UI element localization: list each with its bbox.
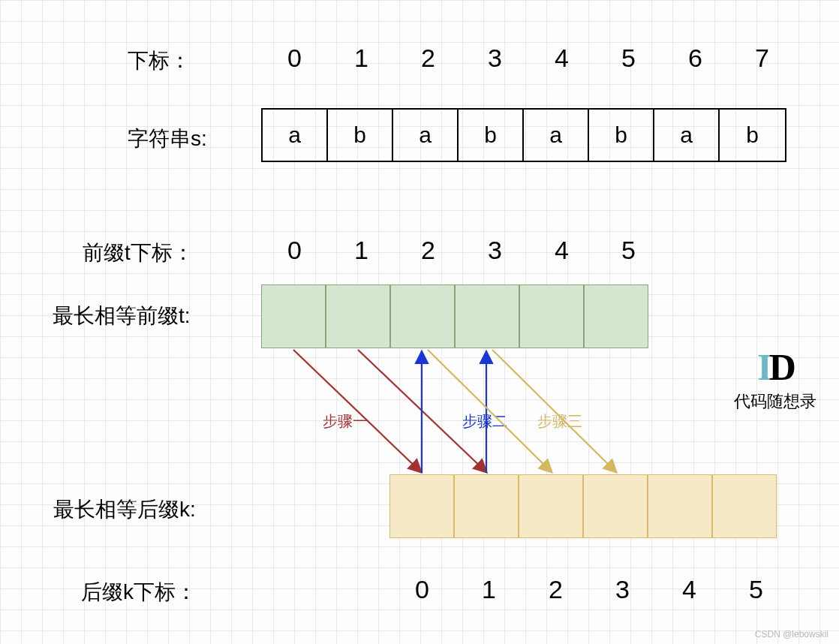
index-cell: 4 [528, 44, 595, 73]
char-cell: b [720, 110, 785, 161]
suffix-cell [583, 474, 648, 538]
watermark-icon: ID [734, 345, 816, 389]
step2-label: 步骤二 [462, 411, 507, 432]
index-cell: 4 [528, 236, 595, 265]
prefix-index-row: 0 1 2 3 4 5 [261, 236, 662, 265]
prefix-t-index-label: 前缀t下标： [83, 239, 194, 267]
suffix-cell [389, 474, 454, 538]
index-cell: 3 [589, 575, 656, 604]
attribution: CSDN @lebowskii [755, 629, 828, 639]
index-cell: 2 [522, 575, 589, 604]
char-cell: a [263, 110, 328, 161]
index-cell: 6 [662, 44, 729, 73]
string-s-table: a b a b a b a b [261, 108, 786, 162]
suffix-cell [454, 474, 519, 538]
suffix-index-row: 0 1 2 3 4 5 [389, 575, 789, 604]
prefix-cell [261, 284, 326, 348]
suffix-cell [712, 474, 777, 538]
char-cell: b [328, 110, 393, 161]
index-cell: 5 [595, 236, 662, 265]
step1-arrow-b [358, 350, 486, 471]
watermark: ID 代码随想录 [734, 345, 816, 413]
index-cell: 7 [729, 44, 795, 73]
longest-suffix-k-label: 最长相等后缀k: [53, 495, 196, 524]
longest-prefix-t-label: 最长相等前缀t: [53, 302, 191, 330]
index-cell: 0 [389, 575, 456, 604]
suffix-cell [519, 474, 583, 538]
index-cell: 4 [656, 575, 723, 604]
prefix-cell [455, 284, 519, 348]
index-cell: 5 [723, 575, 789, 604]
suffix-k-index-label: 后缀k下标： [81, 578, 197, 606]
index-label: 下标： [128, 47, 191, 75]
index-cell: 1 [328, 236, 395, 265]
top-index-row: 0 1 2 3 4 5 6 7 [261, 44, 795, 73]
index-cell: 0 [261, 236, 328, 265]
prefix-cell [326, 284, 390, 348]
step3-arrow-b [492, 350, 615, 471]
prefix-cell [584, 284, 648, 348]
prefix-t-row [261, 284, 648, 348]
index-cell: 1 [456, 575, 522, 604]
step1-label: 步骤一 [323, 411, 368, 432]
step3-label: 步骤三 [537, 411, 582, 432]
index-cell: 5 [595, 44, 662, 73]
prefix-cell [390, 284, 455, 348]
suffix-k-row [389, 474, 777, 538]
watermark-text: 代码随想录 [734, 390, 816, 413]
char-cell: a [654, 110, 720, 161]
index-cell: 3 [462, 236, 528, 265]
index-cell: 2 [395, 236, 462, 265]
index-cell: 0 [261, 44, 328, 73]
string-s-label: 字符串s: [128, 125, 207, 153]
prefix-cell [519, 284, 584, 348]
index-cell: 2 [395, 44, 462, 73]
index-cell: 1 [328, 44, 395, 73]
suffix-cell [648, 474, 712, 538]
step3-arrow-a [428, 350, 551, 471]
char-cell: a [393, 110, 459, 161]
char-cell: b [589, 110, 654, 161]
step1-arrow-a [293, 350, 420, 471]
char-cell: b [459, 110, 524, 161]
char-cell: a [524, 110, 589, 161]
index-cell: 3 [462, 44, 528, 73]
